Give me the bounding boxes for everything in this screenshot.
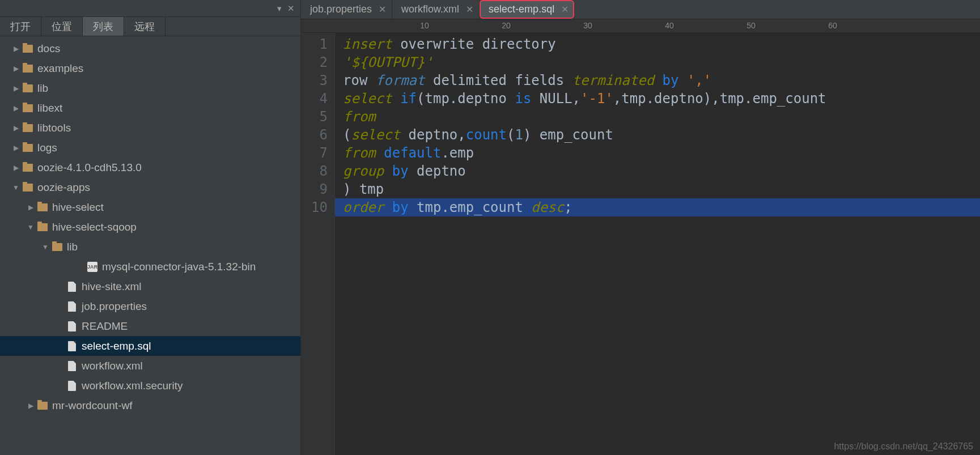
code-area: 12345678910 insert overwrite directory'$… [301,33,980,455]
expander-icon[interactable]: ▶ [26,402,35,410]
tree-folder[interactable]: ▶examples [0,58,300,78]
tree-folder[interactable]: ▶docs [0,39,300,58]
folder-icon [23,184,33,192]
expander-icon[interactable]: ▼ [26,223,35,231]
tab-label: select-emp.sql [489,3,554,15]
code-line[interactable]: (select deptno,count(1) emp_count [343,126,980,144]
code-line[interactable]: order by tmp.emp_count desc; [335,198,980,216]
file-icon [68,282,76,292]
tree-label: job.properties [82,300,147,313]
folder-icon [23,144,33,152]
line-number: 4 [301,90,328,108]
tree-label: mysql-connector-java-5.1.32-bin [102,261,256,273]
sidebar-tab[interactable]: 位置 [41,17,83,36]
tree-label: workflow.xml.security [82,380,183,392]
tab-close-icon[interactable]: ✕ [561,4,569,15]
code-line[interactable]: row format delimited fields terminated b… [343,71,980,90]
ruler-tick: 30 [583,21,592,30]
gutter: 12345678910 [301,33,335,455]
tree-folder[interactable]: ▶lib [0,78,300,98]
editor-tab[interactable]: select-emp.sql✕ [480,0,574,19]
tree-folder[interactable]: ▼lib [0,237,300,257]
folder-icon [23,104,33,112]
code-line[interactable]: insert overwrite directory [343,35,980,53]
tab-label: job.properties [310,3,372,15]
line-number: 10 [301,198,328,216]
tree-folder[interactable]: ▼oozie-apps [0,177,300,197]
tree-file[interactable]: hive-site.xml [0,277,300,296]
tab-label: workflow.xml [401,3,459,15]
line-number: 2 [301,53,328,71]
tree-file[interactable]: select-emp.sql [0,336,300,356]
expander-icon[interactable]: ▼ [11,184,20,192]
tree-file[interactable]: JARmysql-connector-java-5.1.32-bin [0,257,300,277]
tree-folder[interactable]: ▶hive-select [0,197,300,217]
tree-folder[interactable]: ▶mr-wordcount-wf [0,396,300,415]
line-number: 3 [301,71,328,90]
sidebar-tabs: 打开位置列表远程 [0,17,300,36]
code-line[interactable]: ) tmp [343,180,980,198]
tree-folder[interactable]: ▼hive-select-sqoop [0,217,300,237]
tree-folder[interactable]: ▶libext [0,98,300,118]
expander-icon[interactable]: ▶ [11,144,20,152]
sidebar-tab[interactable]: 打开 [0,17,41,36]
file-icon [68,361,76,371]
file-icon [68,341,76,351]
expander-icon[interactable]: ▶ [26,203,35,211]
tree-label: hive-select-sqoop [52,221,137,233]
line-number: 9 [301,180,328,198]
tree-file[interactable]: README [0,316,300,336]
tree-folder[interactable]: ▶oozie-4.1.0-cdh5.13.0 [0,158,300,177]
code[interactable]: insert overwrite directory'${OUTPUT}'row… [335,33,980,455]
ruler-tick: 50 [746,21,756,30]
file-tree[interactable]: ▶docs▶examples▶lib▶libext▶libtools▶logs▶… [0,36,300,455]
tab-close-icon[interactable]: ✕ [466,4,473,15]
expander-icon[interactable]: ▶ [11,104,20,112]
expander-icon[interactable]: ▼ [41,243,50,251]
expander-icon[interactable]: ▶ [11,45,20,53]
watermark: https://blog.csdn.net/qq_24326765 [834,441,973,452]
tree-label: oozie-4.1.0-cdh5.13.0 [37,161,142,174]
expander-icon[interactable]: ▶ [11,65,20,73]
tree-label: workflow.xml [82,360,143,372]
expander-icon[interactable]: ▶ [11,84,20,92]
tree-label: docs [37,42,60,55]
file-icon [68,381,76,391]
expander-icon[interactable]: ▶ [11,164,20,172]
folder-icon [23,164,33,172]
folder-icon [23,124,33,132]
tree-label: select-emp.sql [82,340,151,352]
close-icon[interactable]: ✕ [287,3,295,14]
tree-label: lib [67,241,78,253]
tree-file[interactable]: job.properties [0,296,300,316]
tab-close-icon[interactable]: ✕ [379,4,386,15]
code-line[interactable]: group by deptno [343,162,980,180]
editor-tab[interactable]: workflow.xml✕ [392,0,480,19]
tree-folder[interactable]: ▶libtools [0,118,300,138]
dropdown-icon[interactable]: ▾ [277,3,282,14]
ruler-tick: 10 [420,21,429,30]
code-line[interactable]: from [343,108,980,126]
folder-icon [23,84,33,92]
folder-icon [37,402,48,410]
line-number: 1 [301,35,328,53]
tree-file[interactable]: workflow.xml [0,356,300,376]
code-line[interactable]: from default.emp [343,144,980,162]
tree-file[interactable]: workflow.xml.security [0,376,300,396]
expander-icon[interactable]: ▶ [11,124,20,132]
tree-folder[interactable]: ▶logs [0,138,300,158]
file-icon [68,301,76,312]
code-line[interactable]: '${OUTPUT}' [343,53,980,71]
sidebar-tab[interactable]: 远程 [124,17,166,36]
tree-label: libext [37,102,62,114]
tree-label: mr-wordcount-wf [52,399,132,412]
tree-label: hive-select [52,201,104,214]
sidebar-tab[interactable]: 列表 [83,17,124,36]
line-number: 7 [301,144,328,162]
editor-tab[interactable]: job.properties✕ [301,0,392,19]
code-line[interactable]: select if(tmp.deptno is NULL,'-1',tmp.de… [343,90,980,108]
tree-label: examples [37,62,83,75]
tree-label: lib [37,82,48,95]
tree-label: hive-site.xml [82,280,142,293]
ruler: 102030405060 [301,19,980,33]
